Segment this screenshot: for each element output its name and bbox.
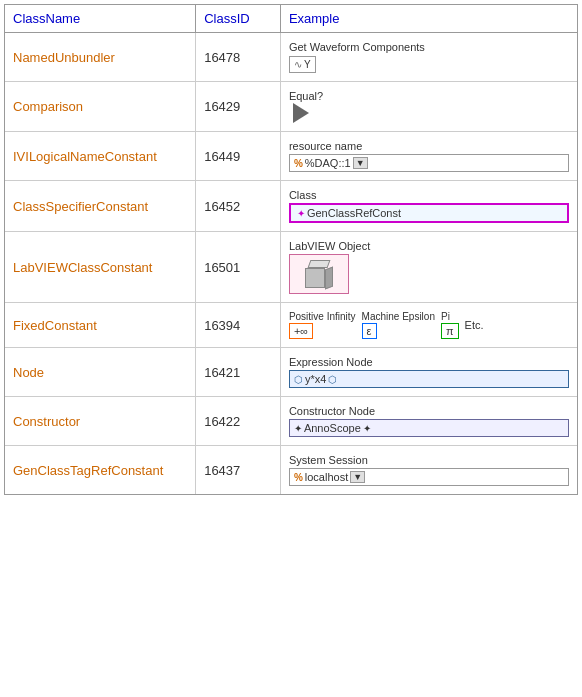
constructor-icon: ✦ bbox=[294, 423, 302, 434]
cell-classname-labview-class[interactable]: LabVIEWClassConstant bbox=[5, 232, 196, 303]
fixed-item-0: Positive Infinity +∞ bbox=[289, 311, 356, 339]
table-row: Comparison16429 Equal? bbox=[5, 82, 577, 132]
class-box: ✦ GenClassRefConst bbox=[289, 203, 569, 223]
resource-box: % %DAQ::1 ▼ bbox=[289, 154, 569, 172]
class-value: GenClassRefConst bbox=[307, 207, 401, 219]
labview-widget: LabVIEW Object bbox=[289, 240, 569, 294]
class-specifier-icon: ✦ bbox=[297, 208, 305, 219]
example-cell-node: Expression Node ⬡ y*x4 ⬡ bbox=[289, 356, 569, 388]
cell-example-node: Expression Node ⬡ y*x4 ⬡ bbox=[280, 348, 577, 397]
header-classname: ClassName bbox=[5, 5, 196, 33]
example-cell-class-specifier: Class ✦ GenClassRefConst bbox=[289, 189, 569, 223]
fixed-item-2: Pi π bbox=[441, 311, 459, 339]
cell-example-named-unbundler: Get Waveform Components ∿ Y bbox=[280, 33, 577, 82]
constructor-value: AnnoScope bbox=[304, 422, 361, 434]
cell-example-constructor: Constructor Node ✦ AnnoScope ✦ bbox=[280, 397, 577, 446]
equal-text: Equal? bbox=[289, 90, 323, 102]
triangle-icon bbox=[293, 103, 309, 123]
expr-box: ⬡ y*x4 ⬡ bbox=[289, 370, 569, 388]
header-example: Example bbox=[280, 5, 577, 33]
expr-end-icon: ⬡ bbox=[328, 374, 337, 385]
fixed-item-1: Machine Epsilon ε bbox=[362, 311, 435, 339]
cell-classid-labview-class: 16501 bbox=[196, 232, 281, 303]
example-title: Get Waveform Components bbox=[289, 41, 569, 53]
expr-widget: Expression Node ⬡ y*x4 ⬡ bbox=[289, 356, 569, 388]
comparison-widget: Equal? bbox=[289, 90, 569, 123]
resource-text: resource name bbox=[289, 140, 569, 152]
table-row: ClassSpecifierConstant16452 Class ✦ GenC… bbox=[5, 181, 577, 232]
resource-value: %DAQ::1 bbox=[305, 157, 351, 169]
cell-classid-class-specifier: 16452 bbox=[196, 181, 281, 232]
header-classid: ClassID bbox=[196, 5, 281, 33]
expr-icon: ⬡ bbox=[294, 374, 303, 385]
cell-classid-node: 16421 bbox=[196, 348, 281, 397]
percent-icon: % bbox=[294, 158, 303, 169]
cell-classname-class-specifier[interactable]: ClassSpecifierConstant bbox=[5, 181, 196, 232]
waveform-label: Y bbox=[304, 59, 311, 70]
cell-example-class-specifier: Class ✦ GenClassRefConst bbox=[280, 181, 577, 232]
expr-label: Expression Node bbox=[289, 356, 569, 368]
labview-box bbox=[289, 254, 349, 294]
cell-classid-constructor: 16422 bbox=[196, 397, 281, 446]
gentag-icon: % bbox=[294, 472, 303, 483]
cell-classid-ivi-logical: 16449 bbox=[196, 132, 281, 181]
constructor-end-icon: ✦ bbox=[363, 423, 371, 434]
fixed-box-2: π bbox=[441, 323, 459, 339]
gentag-label: System Session bbox=[289, 454, 569, 466]
waveform-box: ∿ Y bbox=[289, 56, 316, 73]
example-cell-constructor: Constructor Node ✦ AnnoScope ✦ bbox=[289, 405, 569, 437]
example-cell-labview-class: LabVIEW Object bbox=[289, 240, 569, 294]
cell-classid-comparison: 16429 bbox=[196, 82, 281, 132]
wave-icon: ∿ bbox=[294, 59, 302, 70]
cell-example-comparison: Equal? bbox=[280, 82, 577, 132]
fixed-box-0: +∞ bbox=[289, 323, 313, 339]
cell-classid-named-unbundler: 16478 bbox=[196, 33, 281, 82]
gentag-box: % localhost ▼ bbox=[289, 468, 569, 486]
cell-classname-named-unbundler[interactable]: NamedUnbundler bbox=[5, 33, 196, 82]
fixed-label-0: Positive Infinity bbox=[289, 311, 356, 322]
gentag-dropdown-icon[interactable]: ▼ bbox=[350, 471, 365, 483]
cell-classid-genclass-tag: 16437 bbox=[196, 446, 281, 495]
expr-value: y*x4 bbox=[305, 373, 326, 385]
example-cell-genclass-tag: System Session % localhost ▼ bbox=[289, 454, 569, 486]
class-table: ClassName ClassID Example NamedUnbundler… bbox=[5, 5, 577, 494]
cell-classname-fixed-constant[interactable]: FixedConstant bbox=[5, 303, 196, 348]
resource-widget: resource name % %DAQ::1 ▼ bbox=[289, 140, 569, 172]
example-cell-named-unbundler: Get Waveform Components ∿ Y bbox=[289, 41, 569, 73]
table-row: Constructor16422 Constructor Node ✦ Anno… bbox=[5, 397, 577, 446]
table-row: LabVIEWClassConstant16501 LabVIEW Object bbox=[5, 232, 577, 303]
table-row: FixedConstant16394 Positive Infinity +∞ … bbox=[5, 303, 577, 348]
class-widget: Class ✦ GenClassRefConst bbox=[289, 189, 569, 223]
cell-example-labview-class: LabVIEW Object bbox=[280, 232, 577, 303]
fixed-widget: Positive Infinity +∞ Machine Epsilon ε P… bbox=[289, 311, 569, 339]
waveform-widget: ∿ Y bbox=[289, 56, 569, 73]
gentag-widget: System Session % localhost ▼ bbox=[289, 454, 569, 486]
cell-example-fixed-constant: Positive Infinity +∞ Machine Epsilon ε P… bbox=[280, 303, 577, 348]
table-row: GenClassTagRefConstant16437 System Sessi… bbox=[5, 446, 577, 495]
table-row: IVILogicalNameConstant16449 resource nam… bbox=[5, 132, 577, 181]
cell-classname-comparison[interactable]: Comparison bbox=[5, 82, 196, 132]
cell-classname-constructor[interactable]: Constructor bbox=[5, 397, 196, 446]
example-cell-fixed-constant: Positive Infinity +∞ Machine Epsilon ε P… bbox=[289, 311, 569, 339]
example-cell-ivi-logical: resource name % %DAQ::1 ▼ bbox=[289, 140, 569, 172]
fixed-label-2: Pi bbox=[441, 311, 450, 322]
table-row: Node16421 Expression Node ⬡ y*x4 ⬡ bbox=[5, 348, 577, 397]
cell-classid-fixed-constant: 16394 bbox=[196, 303, 281, 348]
cell-classname-ivi-logical[interactable]: IVILogicalNameConstant bbox=[5, 132, 196, 181]
constructor-label: Constructor Node bbox=[289, 405, 569, 417]
constructor-widget: Constructor Node ✦ AnnoScope ✦ bbox=[289, 405, 569, 437]
constructor-box: ✦ AnnoScope ✦ bbox=[289, 419, 569, 437]
labview-text: LabVIEW Object bbox=[289, 240, 569, 252]
fixed-box-1: ε bbox=[362, 323, 377, 339]
example-cell-comparison: Equal? bbox=[289, 90, 569, 123]
main-table-container: ClassName ClassID Example NamedUnbundler… bbox=[4, 4, 578, 495]
dropdown-arrow-icon[interactable]: ▼ bbox=[353, 157, 368, 169]
gentag-value: localhost bbox=[305, 471, 348, 483]
table-header-row: ClassName ClassID Example bbox=[5, 5, 577, 33]
table-row: NamedUnbundler16478 Get Waveform Compone… bbox=[5, 33, 577, 82]
cell-classname-node[interactable]: Node bbox=[5, 348, 196, 397]
class-label: Class bbox=[289, 189, 569, 201]
cell-classname-genclass-tag[interactable]: GenClassTagRefConstant bbox=[5, 446, 196, 495]
cube-icon bbox=[305, 260, 333, 288]
etc-text: Etc. bbox=[465, 319, 484, 331]
